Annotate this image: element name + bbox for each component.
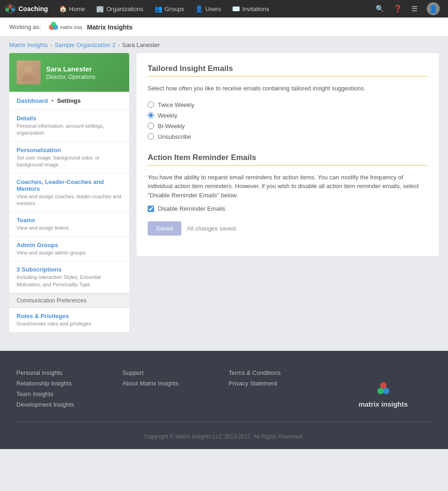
radio-weekly-label: Weekly <box>158 112 177 119</box>
sidebar-item-teams-title: Teams <box>17 217 122 224</box>
footer-link-personal-insights[interactable]: Personal Insights <box>17 369 113 376</box>
radio-option-weekly[interactable]: Weekly <box>148 110 428 121</box>
menu-button[interactable]: ☰ <box>408 0 421 18</box>
disable-reminder-checkbox-row[interactable]: Disable Reminder Emails <box>148 205 428 212</box>
breadcrumb-sep-0: › <box>50 41 52 48</box>
svg-point-11 <box>383 388 389 394</box>
footer-link-development-insights[interactable]: Development Insights <box>17 401 113 408</box>
breadcrumb-item-1[interactable]: Sample Organization 2 <box>54 41 115 48</box>
footer-divider <box>17 422 432 422</box>
user-avatar: 👤 <box>427 2 440 15</box>
communication-preferences-divider: Communication Preferences <box>9 293 129 308</box>
avatar[interactable]: 👤 <box>423 0 443 18</box>
sidebar-item-admin-groups[interactable]: Admin Groups View and assign admin group… <box>9 237 129 261</box>
sidebar: Sara Lanester Director, Operations Dashb… <box>9 53 129 332</box>
sidebar-item-subscriptions[interactable]: 3 Subscriptions Including Interaction St… <box>9 261 129 293</box>
footer-link-team-insights[interactable]: Team Insights <box>17 390 113 397</box>
footer-copyright: Copyright © Matrix Insights LLC 2013-201… <box>9 427 439 440</box>
save-row: Saved All changes saved. <box>148 221 428 236</box>
home-icon: 🏠 <box>59 5 67 12</box>
main-panel: Tailored Insight Emails Select how often… <box>137 53 439 256</box>
svg-point-6 <box>51 22 56 27</box>
sidebar-item-coaches[interactable]: Coaches, Leader-Coaches and Mentors View… <box>9 174 129 212</box>
breadcrumb: Matrix Insights › Sample Organization 2 … <box>0 37 448 53</box>
nav-home[interactable]: 🏠 Home <box>54 0 90 18</box>
svg-point-8 <box>25 65 32 73</box>
nav-groups[interactable]: 👥 Groups <box>150 0 189 18</box>
sidebar-item-personalization-desc: Set user image, background color, or bac… <box>17 154 122 169</box>
footer-grid: Personal Insights Relationship Insights … <box>17 369 432 408</box>
disable-reminder-label: Disable Reminder Emails <box>158 205 225 212</box>
radio-weekly[interactable] <box>148 112 154 118</box>
sidebar-section-admin-groups: Admin Groups View and assign admin group… <box>9 237 129 261</box>
users-icon: 👤 <box>195 5 203 12</box>
brand[interactable]: Coaching <box>5 3 48 14</box>
disable-reminder-checkbox[interactable] <box>148 206 154 212</box>
sidebar-section-roles: Roles & Privileges Grant/revoke roles an… <box>9 308 129 332</box>
svg-point-12 <box>377 388 384 394</box>
working-as-bar: Working as: matrix insights Matrix Insig… <box>0 18 448 37</box>
working-as-label: Working as: <box>9 24 41 30</box>
radio-option-bi-weekly[interactable]: Bi-Weekly <box>148 121 428 131</box>
profile-name: Sara Lanester <box>46 65 96 73</box>
profile-title: Director, Operations <box>46 74 96 80</box>
org-name: Matrix Insights <box>87 24 132 31</box>
footer-col-2: Terms & Conditions Privacy Statement <box>229 369 326 408</box>
action-divider <box>148 165 428 166</box>
top-nav: Coaching 🏠 Home 🏢 Organizations 👥 Groups… <box>0 0 448 18</box>
sidebar-section-coaches: Coaches, Leader-Coaches and Mentors View… <box>9 174 129 213</box>
email-frequency-radio-group: Twice Weekly Weekly Bi-Weekly Unsubscrib… <box>148 100 428 142</box>
sidebar-item-teams[interactable]: Teams View and assign teams <box>9 212 129 236</box>
sidebar-item-subscriptions-title: 3 Subscriptions <box>17 266 122 273</box>
nav-home-label: Home <box>69 6 85 12</box>
sidebar-section-personalization: Personalization Set user image, backgrou… <box>9 142 129 174</box>
footer-link-terms[interactable]: Terms & Conditions <box>229 369 326 376</box>
footer-logo-text: matrix insights <box>358 400 408 408</box>
sidebar-item-details[interactable]: Details Personal information, account se… <box>9 110 129 142</box>
nav-invitations[interactable]: ✉️ Invitations <box>227 0 274 18</box>
footer-link-about[interactable]: About Matrix Insights <box>123 380 220 387</box>
breadcrumb-item-0[interactable]: Matrix Insights <box>9 41 48 48</box>
sidebar-section-subscriptions: 3 Subscriptions Including Interaction St… <box>9 261 129 293</box>
footer-link-privacy[interactable]: Privacy Statement <box>229 380 326 387</box>
radio-twice-weekly[interactable] <box>148 101 154 108</box>
working-as-logo: matrix insights <box>45 21 82 34</box>
tailored-section-title: Tailored Insight Emails <box>148 64 428 73</box>
nav-organizations-label: Organizations <box>106 6 143 12</box>
search-button[interactable]: 🔍 <box>372 0 388 18</box>
sidebar-item-details-desc: Personal information, account settings, … <box>17 123 122 137</box>
sidebar-item-details-title: Details <box>17 115 122 122</box>
radio-option-unsubscribe[interactable]: Unsubscribe <box>148 131 428 142</box>
action-section: Action Item Reminder Emails You have the… <box>148 153 428 236</box>
nav-users[interactable]: 👤 Users <box>191 0 226 18</box>
sidebar-item-subscriptions-desc: Including Interaction Styles, Essential … <box>17 274 122 288</box>
radio-option-twice-weekly[interactable]: Twice Weekly <box>148 100 428 110</box>
person-icon <box>19 63 38 82</box>
radio-bi-weekly-label: Bi-Weekly <box>158 123 185 130</box>
sidebar-item-personalization[interactable]: Personalization Set user image, backgrou… <box>9 142 129 173</box>
dashboard-link[interactable]: Dashboard <box>17 97 48 104</box>
nav-organizations[interactable]: 🏢 Organizations <box>91 0 148 18</box>
main-content: Sara Lanester Director, Operations Dashb… <box>0 53 448 342</box>
svg-point-10 <box>380 382 387 389</box>
sidebar-item-roles-desc: Grant/revoke roles and privileges <box>17 320 122 327</box>
nav-users-label: Users <box>205 6 221 12</box>
groups-icon: 👥 <box>155 5 162 12</box>
brand-logo-icon <box>5 3 16 14</box>
footer-link-relationship-insights[interactable]: Relationship Insights <box>17 380 113 387</box>
sidebar-profile: Sara Lanester Director, Operations <box>9 53 129 92</box>
radio-unsubscribe[interactable] <box>148 133 154 140</box>
sidebar-nav-header: Dashboard • Settings <box>9 92 129 110</box>
help-button[interactable]: ❓ <box>390 0 406 18</box>
radio-bi-weekly[interactable] <box>148 123 154 129</box>
sidebar-item-admin-groups-desc: View and assign admin groups <box>17 249 122 256</box>
saved-button[interactable]: Saved <box>148 221 181 236</box>
sidebar-item-roles[interactable]: Roles & Privileges Grant/revoke roles an… <box>9 308 129 332</box>
footer-col-1: Support About Matrix Insights <box>123 369 220 408</box>
footer-link-support[interactable]: Support <box>123 369 220 376</box>
action-section-title: Action Item Reminder Emails <box>148 153 428 162</box>
nav-groups-label: Groups <box>165 6 185 12</box>
organizations-icon: 🏢 <box>96 5 104 12</box>
radio-twice-weekly-label: Twice Weekly <box>158 101 194 108</box>
footer-col-0: Personal Insights Relationship Insights … <box>17 369 113 408</box>
